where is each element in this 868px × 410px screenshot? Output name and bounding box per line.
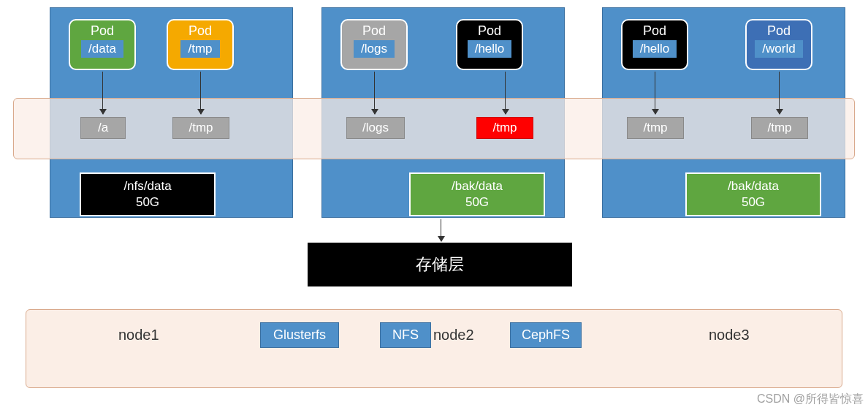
- pod-path: /hello: [468, 40, 512, 58]
- pod-path: /data: [81, 40, 123, 58]
- arrow: [505, 72, 506, 114]
- pod-label: Pod: [457, 23, 522, 39]
- arrow: [655, 72, 655, 114]
- pod-2b: Pod /hello: [456, 19, 523, 70]
- pod-path: /tmp: [180, 40, 219, 58]
- pv-2: /bak/data 50G: [409, 172, 545, 216]
- pod-label: Pod: [747, 23, 811, 39]
- node-label-2: node2: [433, 327, 474, 343]
- arrow: [374, 72, 375, 114]
- pv-size: 50G: [81, 194, 214, 210]
- pv-1: /nfs/data 50G: [80, 172, 216, 216]
- watermark: CSDN @所得皆惊喜: [757, 392, 864, 407]
- pod-path: /world: [755, 40, 802, 58]
- pod-3b: Pod /world: [745, 19, 812, 70]
- mount-2a: /logs: [346, 117, 405, 139]
- mount-1a: /a: [80, 117, 126, 139]
- pv-3: /bak/data 50G: [685, 172, 821, 216]
- arrow: [200, 72, 201, 114]
- pod-label: Pod: [70, 23, 134, 39]
- mount-3a: /tmp: [627, 117, 684, 139]
- storage-layer: 存储层: [308, 243, 572, 286]
- pod-2a: Pod /logs: [340, 19, 408, 70]
- arrow: [102, 72, 103, 114]
- arrow: [779, 72, 780, 114]
- mount-2b: /tmp: [476, 117, 533, 139]
- pod-label: Pod: [623, 23, 687, 39]
- pv-path: /nfs/data: [81, 178, 214, 194]
- node-label-3: node3: [709, 327, 750, 343]
- pv-size: 50G: [411, 194, 544, 210]
- pod-path: /logs: [354, 40, 395, 58]
- fs-cephfs: CephFS: [510, 322, 582, 348]
- pod-label: Pod: [342, 23, 406, 39]
- fs-nfs: NFS: [380, 322, 431, 348]
- mount-1b: /tmp: [172, 117, 229, 139]
- pod-3a: Pod /hello: [621, 19, 688, 70]
- pod-path: /hello: [633, 40, 677, 58]
- pod-1b: Pod /tmp: [167, 19, 234, 70]
- mount-3b: /tmp: [751, 117, 808, 139]
- pv-path: /bak/data: [411, 178, 544, 194]
- arrow: [441, 219, 441, 241]
- node-label-1: node1: [118, 327, 159, 343]
- pod-1a: Pod /data: [69, 19, 136, 70]
- overlay-band: [13, 98, 855, 159]
- bottom-band: [26, 309, 842, 388]
- pod-label: Pod: [168, 23, 232, 39]
- fs-glusterfs: Glusterfs: [260, 322, 339, 348]
- pv-path: /bak/data: [687, 178, 820, 194]
- pv-size: 50G: [687, 194, 820, 210]
